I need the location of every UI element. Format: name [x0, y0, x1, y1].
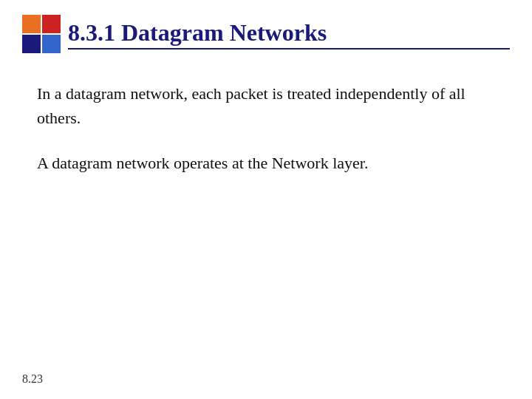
logo-grid [22, 15, 61, 53]
logo-square-orange [22, 15, 41, 33]
slide-title: 8.3.1 Datagram Networks [68, 19, 510, 47]
paragraph-1: In a datagram network, each packet is tr… [37, 81, 495, 130]
paragraph-2: A datagram network operates at the Netwo… [37, 151, 495, 175]
logo-square-blue-dark [22, 35, 41, 53]
slide-container: 8.3.1 Datagram Networks In a datagram ne… [0, 0, 532, 399]
logo-square-red [42, 15, 61, 33]
slide-number: 8.23 [22, 372, 43, 386]
title-wrapper: 8.3.1 Datagram Networks [68, 19, 510, 50]
content-area: In a datagram network, each packet is tr… [22, 59, 510, 211]
title-underline [68, 48, 510, 50]
logo-square-blue-light [42, 35, 61, 53]
logo-icon [22, 15, 61, 53]
header-section: 8.3.1 Datagram Networks [22, 15, 510, 53]
